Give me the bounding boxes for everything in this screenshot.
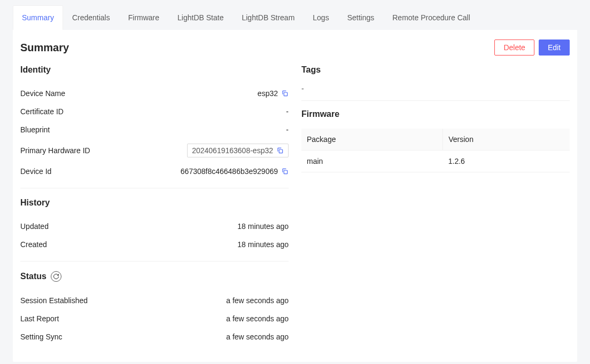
tab-firmware[interactable]: Firmware: [119, 5, 168, 30]
svg-rect-0: [284, 92, 287, 96]
created-value: 18 minutes ago: [237, 240, 289, 249]
tab-credentials[interactable]: Credentials: [63, 5, 119, 30]
blueprint-label: Blueprint: [20, 125, 50, 134]
setting-sync-value: a few seconds ago: [226, 333, 289, 341]
status-heading: Status: [20, 272, 46, 281]
tags-value: -: [301, 84, 570, 99]
device-name-value: esp32: [258, 89, 278, 98]
firmware-table: Package Version main 1.2.6: [301, 129, 570, 172]
tab-remote-procedure-call[interactable]: Remote Procedure Call: [383, 5, 479, 30]
setting-sync-label: Setting Sync: [20, 333, 63, 341]
tab-lightdb-state[interactable]: LightDB State: [168, 5, 232, 30]
device-id-label: Device Id: [20, 167, 51, 176]
table-row: main 1.2.6: [301, 151, 570, 172]
primary-hw-id-value: 20240619163608-esp32: [192, 146, 273, 155]
certificate-id-label: Certificate ID: [20, 107, 64, 116]
edit-button[interactable]: Edit: [539, 39, 570, 56]
tab-summary[interactable]: Summary: [13, 5, 63, 30]
tab-settings[interactable]: Settings: [338, 5, 384, 30]
delete-button[interactable]: Delete: [494, 39, 534, 56]
package-header: Package: [301, 129, 443, 151]
page-title: Summary: [20, 42, 69, 54]
svg-rect-2: [284, 170, 287, 173]
svg-rect-1: [279, 149, 282, 153]
refresh-icon[interactable]: [51, 271, 61, 282]
tags-heading: Tags: [301, 65, 570, 75]
created-label: Created: [20, 240, 47, 249]
history-heading: History: [20, 198, 289, 208]
updated-value: 18 minutes ago: [237, 222, 289, 231]
updated-label: Updated: [20, 222, 49, 231]
device-id-value: 667308f8c466486b3e929069: [181, 167, 278, 176]
session-value: a few seconds ago: [226, 296, 289, 305]
version-header: Version: [443, 129, 570, 151]
copy-icon[interactable]: [281, 90, 289, 97]
tab-lightdb-stream[interactable]: LightDB Stream: [232, 5, 304, 30]
identity-heading: Identity: [20, 65, 289, 75]
last-report-label: Last Report: [20, 314, 59, 323]
version-cell: 1.2.6: [443, 151, 570, 172]
device-name-label: Device Name: [20, 89, 65, 98]
certificate-id-value: -: [286, 107, 289, 116]
session-label: Session Established: [20, 296, 88, 305]
package-cell: main: [301, 151, 443, 172]
primary-hw-id-label: Primary Hardware ID: [20, 146, 90, 155]
copy-icon[interactable]: [276, 147, 284, 154]
blueprint-value: -: [286, 125, 289, 134]
copy-icon[interactable]: [281, 168, 289, 175]
last-report-value: a few seconds ago: [226, 314, 289, 323]
tabs-bar: Summary Credentials Firmware LightDB Sta…: [13, 5, 577, 30]
tab-logs[interactable]: Logs: [304, 5, 338, 30]
firmware-heading: Firmware: [301, 109, 570, 119]
